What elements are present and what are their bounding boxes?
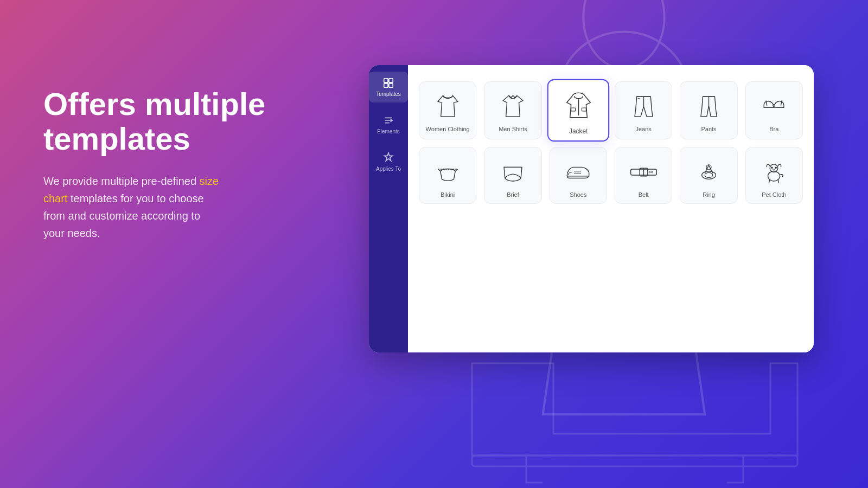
pet-cloth-icon bbox=[759, 157, 789, 187]
jacket-label: Jacket bbox=[569, 127, 588, 134]
jeans-label: Jeans bbox=[635, 126, 651, 132]
women-clothing-icon bbox=[433, 92, 463, 121]
template-bikini[interactable]: Bikini bbox=[419, 147, 476, 204]
shoes-icon bbox=[563, 157, 593, 187]
belt-icon bbox=[629, 157, 659, 187]
template-pet-cloth[interactable]: Pet Cloth bbox=[745, 147, 803, 204]
sidebar-item-templates[interactable]: Templates bbox=[369, 72, 408, 102]
men-shirts-label: Men Shirts bbox=[499, 126, 527, 132]
template-women-clothing[interactable]: Women Clothing bbox=[419, 81, 476, 139]
highlight-size: sizechart bbox=[43, 175, 219, 204]
bra-icon bbox=[759, 92, 789, 121]
svg-rect-10 bbox=[582, 108, 586, 111]
template-ring[interactable]: Ring bbox=[680, 147, 737, 204]
jacket-icon bbox=[562, 91, 594, 123]
sub-description: We provide multiple pre-defined sizechar… bbox=[43, 172, 315, 242]
main-heading: Offers multipletemplates bbox=[43, 87, 315, 156]
shoes-label: Shoes bbox=[570, 191, 586, 198]
bikini-icon bbox=[433, 157, 463, 187]
svg-point-25 bbox=[775, 167, 777, 169]
bg-decoration-bottom bbox=[445, 336, 825, 488]
bikini-label: Bikini bbox=[441, 191, 455, 198]
svg-rect-4 bbox=[389, 84, 393, 87]
belt-label: Belt bbox=[639, 191, 649, 198]
sidebar-elements-label: Elements bbox=[377, 129, 400, 134]
bra-label: Bra bbox=[769, 126, 778, 132]
jeans-icon bbox=[629, 92, 659, 121]
svg-rect-9 bbox=[571, 108, 575, 111]
template-brief[interactable]: Brief bbox=[484, 147, 541, 204]
app-sidebar: Templates Elements Applies To bbox=[369, 65, 408, 352]
applies-to-icon bbox=[382, 152, 394, 164]
men-shirts-icon bbox=[498, 92, 528, 121]
hero-section: Offers multipletemplates We provide mult… bbox=[43, 87, 315, 242]
brief-label: Brief bbox=[507, 191, 519, 198]
sidebar-item-elements[interactable]: Elements bbox=[369, 109, 408, 140]
ring-label: Ring bbox=[703, 191, 715, 198]
template-men-shirts[interactable]: Men Shirts bbox=[484, 81, 541, 139]
sidebar-item-applies-to[interactable]: Applies To bbox=[369, 146, 408, 177]
pet-cloth-label: Pet Cloth bbox=[762, 191, 786, 198]
brief-icon bbox=[498, 157, 528, 187]
svg-point-26 bbox=[773, 169, 775, 170]
svg-rect-3 bbox=[384, 84, 388, 87]
template-shoes[interactable]: Shoes bbox=[550, 147, 607, 204]
ring-icon bbox=[694, 157, 724, 187]
template-pants[interactable]: Pants bbox=[680, 81, 737, 139]
svg-rect-2 bbox=[389, 79, 393, 82]
templates-icon bbox=[382, 77, 394, 89]
template-jacket[interactable]: Jacket bbox=[547, 79, 609, 142]
svg-rect-27 bbox=[472, 455, 797, 466]
app-window: Templates Elements Applies To bbox=[369, 65, 814, 352]
template-jeans[interactable]: Jeans bbox=[615, 81, 672, 139]
pants-icon bbox=[694, 92, 724, 121]
elements-icon bbox=[382, 114, 394, 126]
sidebar-templates-label: Templates bbox=[376, 91, 401, 97]
svg-point-20 bbox=[705, 172, 713, 177]
svg-point-0 bbox=[583, 0, 664, 68]
template-bra[interactable]: Bra bbox=[745, 81, 803, 139]
sidebar-applies-to-label: Applies To bbox=[376, 166, 401, 172]
svg-point-18 bbox=[651, 171, 653, 173]
templates-grid: Women Clothing Men Shirts bbox=[419, 76, 803, 209]
svg-point-17 bbox=[649, 171, 650, 173]
template-belt[interactable]: Belt bbox=[615, 147, 672, 204]
svg-rect-1 bbox=[384, 79, 388, 82]
svg-point-24 bbox=[771, 167, 773, 169]
women-clothing-label: Women Clothing bbox=[426, 126, 470, 132]
main-content-area: Women Clothing Men Shirts bbox=[408, 65, 814, 352]
pants-label: Pants bbox=[701, 126, 716, 132]
